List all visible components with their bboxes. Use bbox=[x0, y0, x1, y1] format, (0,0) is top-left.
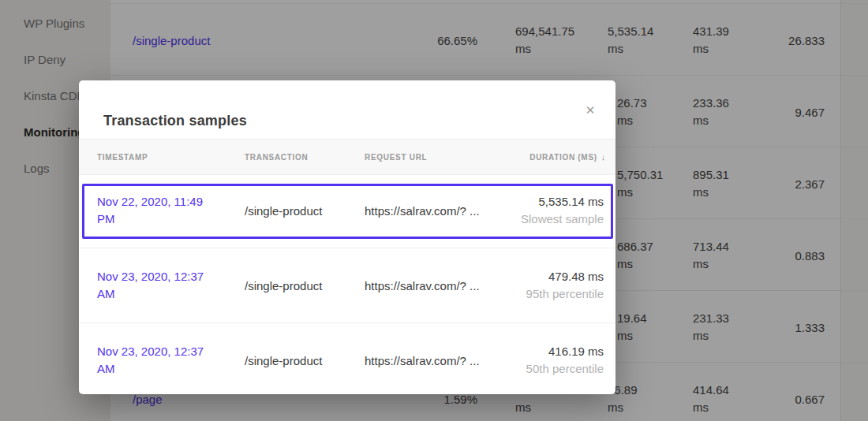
transaction-cell: /single-product bbox=[245, 354, 322, 367]
sample-row-slowest[interactable]: Nov 22, 2020, 11:49 PM /single-product h… bbox=[79, 173, 615, 248]
column-header-request-url: REQUEST URL bbox=[365, 140, 427, 174]
sort-desc-icon: ↓ bbox=[601, 152, 606, 162]
modal-rows: Nov 22, 2020, 11:49 PM /single-product h… bbox=[79, 173, 615, 394]
duration-cell: 479.48 ms95th percentile bbox=[526, 268, 604, 303]
transaction-samples-modal: Transaction samples ✕ TIMESTAMP TRANSACT… bbox=[79, 80, 615, 394]
request-url-cell: https://salrav.com/? ... bbox=[365, 354, 480, 367]
request-url-cell: https://salrav.com/? ... bbox=[365, 204, 480, 218]
duration-value: 479.48 ms bbox=[548, 270, 604, 283]
sample-row-95th[interactable]: Nov 23, 2020, 12:37 AM /single-product h… bbox=[79, 248, 615, 323]
close-icon[interactable]: ✕ bbox=[581, 101, 600, 120]
duration-value: 5,535.14 ms bbox=[538, 195, 604, 208]
column-header-duration[interactable]: DURATION (MS)↓ bbox=[529, 140, 606, 174]
duration-cell: 416.19 ms50th percentile bbox=[526, 343, 604, 378]
timestamp-link[interactable]: Nov 23, 2020, 12:37 AM bbox=[97, 343, 219, 378]
duration-label: 95th percentile bbox=[526, 287, 604, 300]
modal-table-header: TIMESTAMP TRANSACTION REQUEST URL DURATI… bbox=[79, 139, 615, 175]
timestamp-link[interactable]: Nov 23, 2020, 12:37 AM bbox=[97, 268, 219, 303]
app-window: WP Plugins IP Deny Kinsta CDN Monitoring… bbox=[0, 0, 868, 421]
sample-row-50th[interactable]: Nov 23, 2020, 12:37 AM /single-product h… bbox=[79, 323, 615, 397]
column-header-duration-label: DURATION (MS) bbox=[529, 153, 597, 162]
request-url-cell: https://salrav.com/? ... bbox=[365, 279, 480, 292]
column-header-timestamp: TIMESTAMP bbox=[97, 140, 148, 174]
duration-label: Slowest sample bbox=[521, 212, 604, 225]
duration-label: 50th percentile bbox=[526, 362, 604, 375]
column-header-transaction: TRANSACTION bbox=[245, 140, 308, 174]
duration-cell: 5,535.14 msSlowest sample bbox=[521, 193, 604, 228]
transaction-cell: /single-product bbox=[245, 204, 322, 218]
duration-value: 416.19 ms bbox=[548, 345, 604, 358]
timestamp-link[interactable]: Nov 22, 2020, 11:49 PM bbox=[97, 193, 219, 228]
modal-title: Transaction samples bbox=[103, 113, 247, 129]
transaction-cell: /single-product bbox=[245, 279, 322, 292]
